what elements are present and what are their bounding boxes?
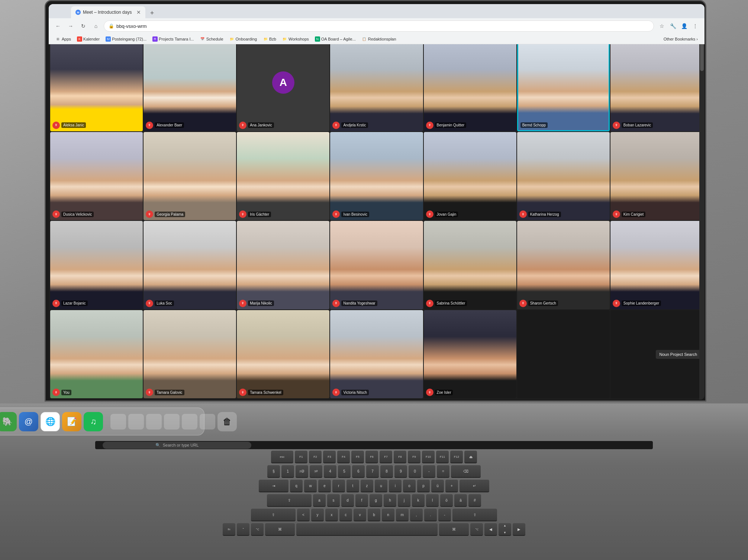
meet-scrollbar[interactable] [699,41,705,400]
key-i[interactable]: i [389,480,402,492]
dock-recent-app[interactable] [128,414,144,429]
active-tab[interactable]: M Meet – Introduction days ✕ [71,6,145,18]
reload-button[interactable]: ↻ [78,21,88,31]
key-ctrl[interactable]: ⌃ [237,523,249,536]
key-r[interactable]: r [332,480,345,492]
bookmark-kalender[interactable]: K Kalender [75,36,102,42]
dock-app-email[interactable]: @ [19,412,38,431]
key-9[interactable]: 9 [394,465,407,478]
key-k[interactable]: k [412,494,425,507]
key-minus[interactable]: - [423,465,435,478]
profile-button[interactable]: 👤 [679,21,689,31]
dock-recent-app[interactable] [110,414,126,429]
key-u[interactable]: u [375,480,387,492]
key-o[interactable]: o [403,480,416,492]
key-a[interactable]: a [313,494,326,507]
key-hash[interactable]: # [468,494,481,507]
key-return[interactable]: ↵ [460,480,489,492]
key-f7[interactable]: F7 [380,451,392,463]
dock-app-chrome[interactable]: 🌐 [41,412,60,431]
key-m[interactable]: m [396,509,409,521]
key-fn[interactable]: fn [223,523,235,536]
key-period[interactable]: . [424,509,437,521]
touchbar-search[interactable]: 🔍 Search or type URL [103,442,251,449]
key-x[interactable]: x [325,509,338,521]
home-button[interactable]: ⌂ [91,21,101,31]
key-space[interactable] [296,523,438,536]
key-f8[interactable]: F8 [394,451,406,463]
key-comma[interactable]: , [410,509,423,521]
key-t[interactable]: t [346,480,359,492]
key-2[interactable]: 2@ [296,465,308,478]
key-arrow-updown[interactable]: ▲▼ [499,523,511,536]
key-plus[interactable]: + [445,480,458,492]
menu-button[interactable]: ⋮ [690,21,700,31]
key-shift-right[interactable]: ⇧ [452,509,497,521]
key-q[interactable]: q [290,480,303,492]
key-ä[interactable]: ä [454,494,467,507]
key-ü[interactable]: ü [431,480,444,492]
key-h[interactable]: h [384,494,396,507]
touch-bar[interactable]: 🔍 Search or type URL [95,441,653,449]
key-f9[interactable]: F9 [408,451,420,463]
key-f5[interactable]: F5 [351,451,364,463]
bookmark-bzb[interactable]: 📁 Bzb [261,36,278,42]
extensions-button[interactable]: 🔧 [668,21,678,31]
key-shift-left[interactable]: ⇧ [251,509,296,521]
key-angle[interactable]: < [297,509,310,521]
bookmark-schedule[interactable]: 📅 Schedule [198,36,226,42]
key-slash[interactable]: - [438,509,451,521]
forward-button[interactable]: → [66,21,75,31]
key-f11[interactable]: F11 [436,451,449,463]
dock-recent-app[interactable] [182,414,197,429]
key-ö[interactable]: ö [440,494,453,507]
key-5[interactable]: 5 [338,465,351,478]
dock-recent-app[interactable] [164,414,180,429]
dock-app-pages[interactable]: 📝 [62,412,81,431]
key-0[interactable]: 0 [409,465,421,478]
back-button[interactable]: ← [53,21,63,31]
key-7[interactable]: 7 [366,465,379,478]
key-6[interactable]: 6 [352,465,365,478]
key-z[interactable]: z [361,480,373,492]
key-w[interactable]: w [304,480,317,492]
dock-app-evernote[interactable]: 🐘 [0,412,17,431]
bookmark-projects[interactable]: R Projects Tamara I... [150,36,196,42]
key-f3[interactable]: F3 [323,451,336,463]
key-section[interactable]: § [267,465,280,478]
key-arrow-right[interactable]: ▶ [513,523,525,536]
key-esc[interactable]: esc [271,451,293,463]
key-n[interactable]: n [382,509,394,521]
key-j[interactable]: j [398,494,410,507]
key-f6[interactable]: F6 [365,451,378,463]
key-f1[interactable]: F1 [295,451,307,463]
key-c[interactable]: c [339,509,352,521]
bookmark-workshops[interactable]: 📁 Workshops [280,36,311,42]
key-f2[interactable]: F2 [309,451,322,463]
key-f12[interactable]: F12 [450,451,463,463]
key-cmd-left[interactable]: ⌘ [265,523,295,536]
key-y[interactable]: y [311,509,324,521]
key-f10[interactable]: F10 [422,451,435,463]
key-b[interactable]: b [368,509,380,521]
bookmark-redaktionsplan[interactable]: 📋 Redaktionsplan [360,36,399,42]
dock-trash[interactable]: 🗑 [217,412,237,431]
bookmark-onboarding[interactable]: 📁 Onboarding [227,36,259,42]
key-backspace[interactable]: ⌫ [451,465,481,478]
dock-recent-app[interactable] [146,414,162,429]
key-v[interactable]: v [354,509,366,521]
tab-close-button[interactable]: ✕ [136,9,141,15]
key-f4[interactable]: F4 [337,451,350,463]
new-tab-button[interactable]: + [147,8,157,18]
key-option-right[interactable]: ⌥ [470,523,483,536]
scrollbar-thumb[interactable] [700,41,704,71]
key-3[interactable]: 3# [310,465,322,478]
key-option-left[interactable]: ⌥ [251,523,264,536]
key-cmd-right[interactable]: ⌘ [439,523,469,536]
key-1[interactable]: 1 [281,465,294,478]
key-l[interactable]: l [426,494,439,507]
key-e[interactable]: e [318,480,331,492]
dock-app-spotify[interactable]: ♫ [84,412,103,431]
star-button[interactable]: ☆ [657,21,667,31]
key-g[interactable]: g [370,494,382,507]
